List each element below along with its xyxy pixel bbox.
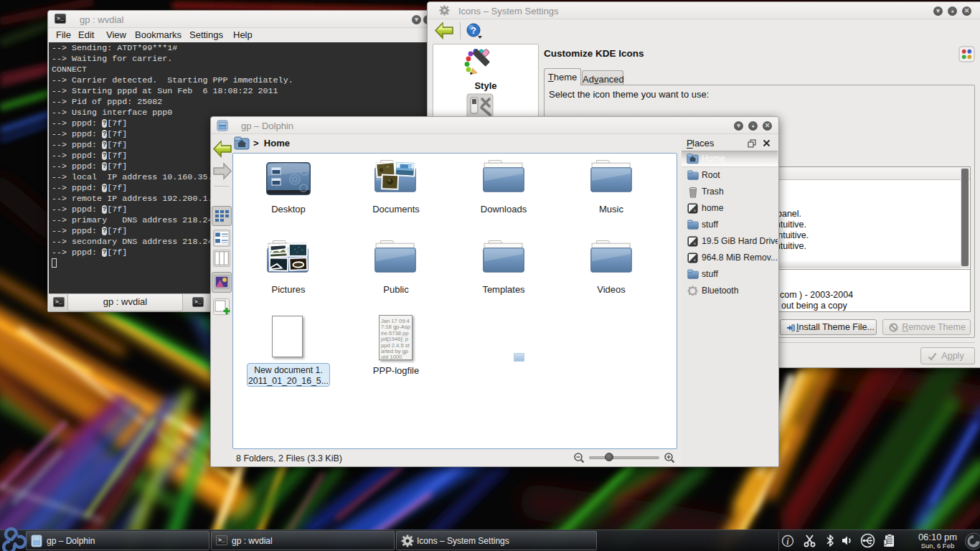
svg-text:00: 00	[408, 164, 414, 169]
svg-text:i: i	[786, 537, 789, 547]
svg-text:?: ?	[471, 25, 476, 36]
